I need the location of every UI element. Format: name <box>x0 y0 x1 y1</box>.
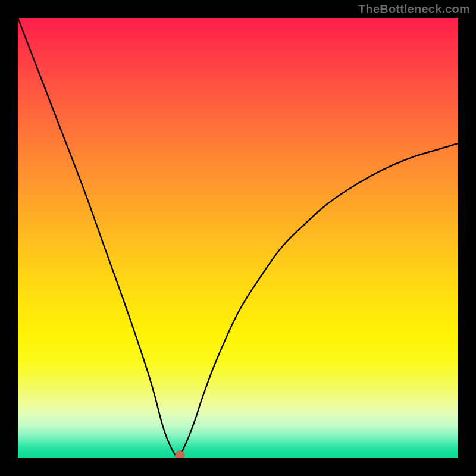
curve-layer <box>18 18 458 458</box>
optimal-point-marker <box>175 451 184 458</box>
watermark-text: TheBottleneck.com <box>358 2 470 16</box>
bottleneck-curve <box>18 18 458 456</box>
chart-stage: TheBottleneck.com <box>0 0 476 476</box>
plot-area <box>18 18 458 458</box>
